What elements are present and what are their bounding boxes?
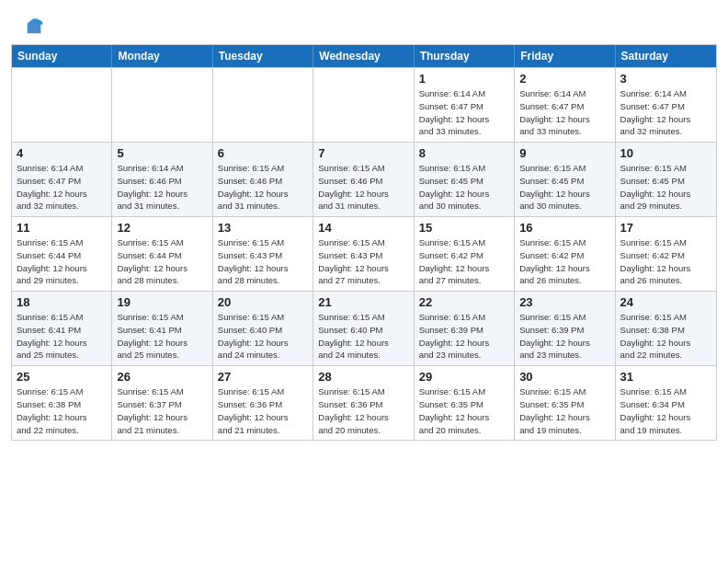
calendar-day-header: Friday	[515, 45, 615, 67]
day-number: 10	[620, 146, 711, 160]
calendar-cell: 20Sunrise: 6:15 AM Sunset: 6:40 PM Dayli…	[213, 292, 313, 365]
calendar: SundayMondayTuesdayWednesdayThursdayFrid…	[11, 44, 717, 441]
calendar-row: 11Sunrise: 6:15 AM Sunset: 6:44 PM Dayli…	[12, 216, 716, 291]
day-info: Sunrise: 6:14 AM Sunset: 6:47 PM Dayligh…	[519, 87, 609, 138]
calendar-cell: 10Sunrise: 6:15 AM Sunset: 6:45 PM Dayli…	[616, 143, 716, 216]
day-info: Sunrise: 6:15 AM Sunset: 6:45 PM Dayligh…	[519, 162, 609, 213]
day-info: Sunrise: 6:15 AM Sunset: 6:45 PM Dayligh…	[419, 162, 509, 213]
calendar-cell	[213, 68, 313, 142]
calendar-cell: 19Sunrise: 6:15 AM Sunset: 6:41 PM Dayli…	[112, 292, 212, 365]
day-number: 5	[117, 146, 207, 160]
calendar-cell: 21Sunrise: 6:15 AM Sunset: 6:40 PM Dayli…	[313, 292, 414, 365]
calendar-cell: 27Sunrise: 6:15 AM Sunset: 6:36 PM Dayli…	[213, 366, 313, 440]
day-info: Sunrise: 6:15 AM Sunset: 6:46 PM Dayligh…	[218, 162, 308, 213]
day-number: 15	[419, 221, 509, 235]
calendar-cell: 9Sunrise: 6:15 AM Sunset: 6:45 PM Daylig…	[515, 143, 615, 216]
day-info: Sunrise: 6:15 AM Sunset: 6:41 PM Dayligh…	[17, 311, 107, 362]
day-number: 22	[419, 295, 509, 309]
day-info: Sunrise: 6:15 AM Sunset: 6:44 PM Dayligh…	[117, 236, 207, 287]
day-number: 2	[519, 72, 609, 86]
calendar-day-header: Thursday	[415, 45, 515, 67]
calendar-row: 4Sunrise: 6:14 AM Sunset: 6:47 PM Daylig…	[12, 142, 716, 216]
logo-icon	[24, 17, 44, 37]
calendar-cell: 30Sunrise: 6:15 AM Sunset: 6:35 PM Dayli…	[515, 366, 615, 440]
calendar-cell: 26Sunrise: 6:15 AM Sunset: 6:37 PM Dayli…	[112, 366, 212, 440]
calendar-body: 1Sunrise: 6:14 AM Sunset: 6:47 PM Daylig…	[12, 67, 716, 440]
day-number: 12	[117, 221, 207, 235]
calendar-day-header: Monday	[112, 45, 212, 67]
day-number: 8	[419, 146, 509, 160]
day-number: 7	[318, 146, 408, 160]
calendar-cell	[112, 68, 212, 142]
day-info: Sunrise: 6:15 AM Sunset: 6:41 PM Dayligh…	[117, 311, 207, 362]
calendar-cell: 1Sunrise: 6:14 AM Sunset: 6:47 PM Daylig…	[415, 68, 515, 142]
calendar-cell: 5Sunrise: 6:14 AM Sunset: 6:46 PM Daylig…	[112, 143, 212, 216]
day-info: Sunrise: 6:15 AM Sunset: 6:34 PM Dayligh…	[620, 385, 711, 436]
day-info: Sunrise: 6:15 AM Sunset: 6:35 PM Dayligh…	[419, 385, 509, 436]
calendar-cell	[12, 68, 112, 142]
day-info: Sunrise: 6:14 AM Sunset: 6:46 PM Dayligh…	[117, 162, 207, 213]
page-header	[0, 0, 728, 44]
day-number: 26	[117, 370, 207, 384]
day-number: 29	[419, 370, 509, 384]
day-info: Sunrise: 6:15 AM Sunset: 6:38 PM Dayligh…	[17, 385, 107, 436]
day-number: 13	[218, 221, 308, 235]
day-info: Sunrise: 6:15 AM Sunset: 6:42 PM Dayligh…	[419, 236, 509, 287]
day-number: 21	[318, 295, 408, 309]
day-info: Sunrise: 6:14 AM Sunset: 6:47 PM Dayligh…	[419, 87, 509, 138]
day-number: 27	[218, 370, 308, 384]
calendar-cell: 22Sunrise: 6:15 AM Sunset: 6:39 PM Dayli…	[415, 292, 515, 365]
calendar-header: SundayMondayTuesdayWednesdayThursdayFrid…	[12, 45, 716, 67]
day-number: 19	[117, 295, 207, 309]
day-info: Sunrise: 6:15 AM Sunset: 6:35 PM Dayligh…	[519, 385, 609, 436]
day-number: 17	[620, 221, 711, 235]
calendar-cell: 14Sunrise: 6:15 AM Sunset: 6:43 PM Dayli…	[313, 217, 414, 291]
day-number: 3	[620, 72, 711, 86]
day-info: Sunrise: 6:14 AM Sunset: 6:47 PM Dayligh…	[620, 87, 711, 138]
day-number: 16	[519, 221, 609, 235]
day-info: Sunrise: 6:14 AM Sunset: 6:47 PM Dayligh…	[17, 162, 107, 213]
day-info: Sunrise: 6:15 AM Sunset: 6:37 PM Dayligh…	[117, 385, 207, 436]
day-number: 23	[519, 295, 609, 309]
calendar-cell: 17Sunrise: 6:15 AM Sunset: 6:42 PM Dayli…	[616, 217, 716, 291]
day-number: 6	[218, 146, 308, 160]
calendar-cell: 24Sunrise: 6:15 AM Sunset: 6:38 PM Dayli…	[616, 292, 716, 365]
calendar-cell: 7Sunrise: 6:15 AM Sunset: 6:46 PM Daylig…	[313, 143, 414, 216]
calendar-cell: 16Sunrise: 6:15 AM Sunset: 6:42 PM Dayli…	[515, 217, 615, 291]
calendar-cell: 2Sunrise: 6:14 AM Sunset: 6:47 PM Daylig…	[515, 68, 615, 142]
day-info: Sunrise: 6:15 AM Sunset: 6:40 PM Dayligh…	[218, 311, 308, 362]
calendar-cell: 3Sunrise: 6:14 AM Sunset: 6:47 PM Daylig…	[616, 68, 716, 142]
day-number: 30	[519, 370, 609, 384]
calendar-day-header: Tuesday	[213, 45, 313, 67]
day-info: Sunrise: 6:15 AM Sunset: 6:40 PM Dayligh…	[318, 311, 408, 362]
calendar-cell: 23Sunrise: 6:15 AM Sunset: 6:39 PM Dayli…	[515, 292, 615, 365]
day-number: 24	[620, 295, 711, 309]
calendar-day-header: Saturday	[616, 45, 716, 67]
calendar-cell: 6Sunrise: 6:15 AM Sunset: 6:46 PM Daylig…	[213, 143, 313, 216]
calendar-cell	[313, 68, 414, 142]
day-number: 4	[17, 146, 107, 160]
calendar-row: 25Sunrise: 6:15 AM Sunset: 6:38 PM Dayli…	[12, 365, 716, 440]
day-number: 1	[419, 72, 509, 86]
day-number: 20	[218, 295, 308, 309]
calendar-day-header: Sunday	[12, 45, 112, 67]
calendar-cell: 18Sunrise: 6:15 AM Sunset: 6:41 PM Dayli…	[12, 292, 112, 365]
calendar-row: 1Sunrise: 6:14 AM Sunset: 6:47 PM Daylig…	[12, 67, 716, 142]
day-info: Sunrise: 6:15 AM Sunset: 6:45 PM Dayligh…	[620, 162, 711, 213]
logo	[22, 17, 44, 37]
day-number: 9	[519, 146, 609, 160]
day-info: Sunrise: 6:15 AM Sunset: 6:39 PM Dayligh…	[519, 311, 609, 362]
day-info: Sunrise: 6:15 AM Sunset: 6:38 PM Dayligh…	[620, 311, 711, 362]
day-number: 28	[318, 370, 408, 384]
day-number: 14	[318, 221, 408, 235]
day-number: 25	[17, 370, 107, 384]
calendar-row: 18Sunrise: 6:15 AM Sunset: 6:41 PM Dayli…	[12, 291, 716, 365]
calendar-cell: 4Sunrise: 6:14 AM Sunset: 6:47 PM Daylig…	[12, 143, 112, 216]
day-info: Sunrise: 6:15 AM Sunset: 6:44 PM Dayligh…	[17, 236, 107, 287]
calendar-cell: 12Sunrise: 6:15 AM Sunset: 6:44 PM Dayli…	[112, 217, 212, 291]
calendar-cell: 28Sunrise: 6:15 AM Sunset: 6:36 PM Dayli…	[313, 366, 414, 440]
calendar-cell: 15Sunrise: 6:15 AM Sunset: 6:42 PM Dayli…	[415, 217, 515, 291]
day-info: Sunrise: 6:15 AM Sunset: 6:43 PM Dayligh…	[218, 236, 308, 287]
calendar-cell: 25Sunrise: 6:15 AM Sunset: 6:38 PM Dayli…	[12, 366, 112, 440]
calendar-cell: 29Sunrise: 6:15 AM Sunset: 6:35 PM Dayli…	[415, 366, 515, 440]
